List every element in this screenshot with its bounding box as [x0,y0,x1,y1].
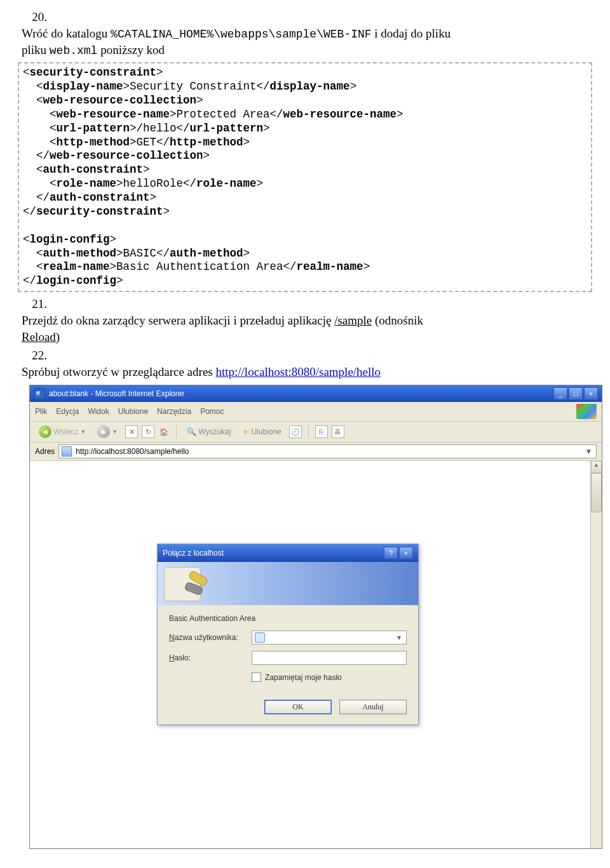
minimize-button[interactable]: _ [553,387,567,400]
tag: role-name [196,177,257,190]
step-body: Wróć do katalogu %CATALINA_HOME%\webapps… [22,25,562,59]
user-icon [255,632,265,643]
tag: security-constraint [30,66,157,79]
t: < [23,94,43,107]
step-21: 21. Przejdź do okna zarządcy serwera apl… [18,296,592,345]
tag: web-resource-name [283,108,397,121]
address-label: Adres [35,447,55,456]
step-number: 21. [18,296,47,312]
tag: security-constraint [36,205,163,218]
t: >GET</ [130,136,170,149]
t: > [156,66,163,79]
url-link[interactable]: http://localhost:8080/sample/hello [215,365,381,378]
menu-widok[interactable]: Widok [88,407,109,416]
windows-logo-icon [576,404,597,419]
ie-viewport: ▲ Połącz z localhost ? × Basic Authentic… [30,461,602,848]
chevron-down-icon[interactable]: ▾ [394,633,403,642]
ie-toolbar: ◄Wstecz▼ ►▼ ✕ ↻ 🏠 🔍Wyszukaj ★Ulubione 🕘 … [30,422,602,443]
dialog-close-button[interactable]: × [399,547,413,559]
tag: realm-name [297,260,363,273]
username-input[interactable]: ▾ [252,631,407,644]
mail-button[interactable]: ⎘ [315,425,328,438]
tag: realm-name [43,260,110,273]
step-20: 20. Wróć do katalogu %CATALINA_HOME%\web… [18,9,592,58]
page-icon [62,446,72,457]
address-box[interactable]: ▼ [58,444,597,458]
stop-button[interactable]: ✕ [125,425,138,438]
t: < [23,66,30,79]
cancel-button[interactable]: Anuluj [339,700,407,714]
t: < [23,108,57,121]
t: >Protected Area</ [170,108,283,121]
t: >Security Constraint</ [123,80,270,93]
t: > [150,191,157,204]
step-22: 22. Spróbuj otworzyć w przeglądarce adre… [18,347,592,380]
link-text: /sample [334,314,372,327]
print-button[interactable]: 🖶 [332,425,344,438]
dialog-titlebar[interactable]: Połącz z localhost ? × [158,544,418,562]
tag: http-method [57,136,130,149]
ie-icon [34,388,45,399]
accel: N [169,633,175,642]
chevron-down-icon: ▼ [80,429,86,435]
menu-edycja[interactable]: Edycja [56,407,79,416]
remember-row: Zapamiętaj moje hasło [252,672,407,682]
username-row: Nazwa użytkownika: ▾ [169,631,407,644]
tag: web-resource-collection [50,149,203,162]
step-number: 20. [18,9,47,25]
tag: auth-method [170,247,243,260]
text: Spróbuj otworzyć w przeglądarce adres [22,365,215,378]
favorites-button[interactable]: ★Ulubione [238,426,285,437]
remember-checkbox[interactable] [252,672,261,682]
back-button[interactable]: ◄Wstecz▼ [35,424,90,439]
label: Wyszukaj [198,427,231,436]
label: Wstecz [53,427,78,436]
t: < [23,260,43,273]
menu-pomoc[interactable]: Pomoc [200,407,224,416]
step-body: Spróbuj otworzyć w przeglądarce adres ht… [22,364,562,380]
tag: display-name [43,80,123,93]
ie-titlebar[interactable]: about:blank - Microsoft Internet Explore… [30,385,602,402]
ok-button[interactable]: OK [264,700,332,714]
search-button[interactable]: 🔍Wyszukaj [183,426,234,437]
t: >/hello</ [130,122,190,135]
address-input[interactable] [74,446,581,457]
dialog-buttons: OK Anuluj [169,696,407,714]
realm-label: Basic Authentication Area [169,614,407,623]
t: > [363,260,370,273]
forward-button[interactable]: ►▼ [93,424,121,439]
address-dropdown-icon[interactable]: ▼ [584,447,593,456]
code-block: <security-constraint> <display-name>Secu… [18,62,592,292]
t: > [263,122,270,135]
t: </ [23,274,36,287]
t: > [143,163,150,176]
step-body: Przejdź do okna zarządcy serwera aplikac… [22,312,562,345]
password-input[interactable] [252,651,407,665]
menu-narzedzia[interactable]: Narzędzia [157,407,191,416]
vertical-scrollbar[interactable]: ▲ [590,461,602,848]
maximize-button[interactable]: □ [569,387,583,400]
t: > [116,274,123,287]
password-row: Hasło: [169,651,407,665]
menu-ulubione[interactable]: Ulubione [118,407,148,416]
tag: web-resource-name [57,108,170,121]
t: < [23,80,43,93]
scroll-up-button[interactable]: ▲ [591,461,602,473]
path-code: %CATALINA_HOME%\webapps\sample\WEB-INF [111,28,371,41]
text: ) [56,330,60,344]
home-button[interactable]: 🏠 [158,426,170,437]
refresh-button[interactable]: ↻ [142,425,154,438]
close-button[interactable]: × [584,387,598,400]
scroll-thumb[interactable] [591,473,602,512]
t: > [196,94,203,107]
history-button[interactable]: 🕘 [289,425,302,438]
forward-arrow-icon: ► [97,425,110,438]
text: pliku [22,43,50,57]
tag: login-config [36,274,116,287]
dialog-help-button[interactable]: ? [384,547,398,559]
t: < [23,233,30,246]
text: Wróć do katalogu [22,27,111,40]
t: > [110,233,117,246]
t: > [350,80,357,93]
menu-plik[interactable]: Plik [35,407,47,416]
